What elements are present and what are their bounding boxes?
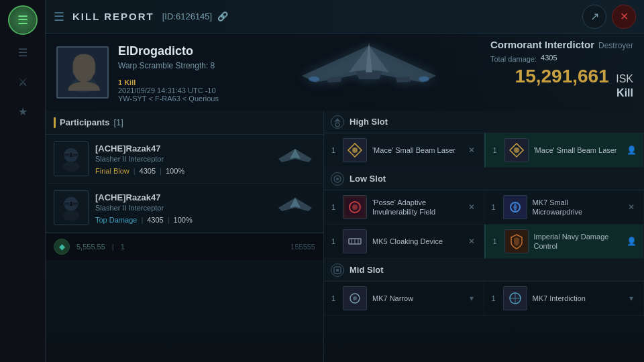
module-person-icon[interactable]: 👤	[625, 235, 638, 248]
bottom-status: ◆ 5,555.55 | 1 155555	[46, 233, 323, 260]
svg-point-21	[63, 162, 80, 172]
participant-ship-image	[275, 145, 315, 172]
module-qty: 1	[491, 146, 499, 154]
module-item[interactable]: 1 MK7 Interdiction ▾	[484, 282, 645, 316]
module-qty: 1	[329, 203, 337, 211]
module-icon	[343, 229, 367, 253]
ship-svg	[288, 39, 449, 106]
character-avatar	[56, 46, 109, 99]
module-person-icon[interactable]: 👤	[625, 143, 638, 157]
module-name: 'Mace' Small Beam Laser	[534, 145, 620, 155]
participant-item[interactable]: [ACHE]Razak47 Slasher II Interceptor Fin…	[46, 135, 323, 184]
content-area: Participants [1] [ACHE]Razak47	[46, 111, 644, 362]
participant-stats: Top Damage | 4305 | 100%	[95, 216, 268, 224]
module-item[interactable]: 1 'Posse' Adaptive Invulnerability Field…	[324, 190, 484, 225]
svg-point-56	[353, 296, 357, 300]
participants-bar	[54, 117, 56, 128]
module-qty: 1	[329, 237, 337, 245]
module-name: 'Mace' Small Beam Laser	[372, 145, 460, 155]
participant-ship: Slasher II Interceptor	[95, 155, 268, 163]
svg-point-43	[352, 204, 358, 210]
share-button[interactable]: ↗	[582, 5, 606, 29]
module-name: MK7 Small Microwarpdrive	[533, 198, 620, 217]
svg-point-14	[72, 76, 96, 93]
ship-name: Cormorant Interdictor	[490, 39, 594, 50]
mid-slot-title: Mid Slot	[350, 265, 384, 275]
svg-rect-10	[72, 64, 95, 69]
module-icon	[343, 138, 367, 162]
module-icon	[504, 138, 529, 162]
module-icon	[503, 286, 527, 310]
module-remove-icon[interactable]: ✕	[625, 200, 638, 214]
module-qty: 1	[329, 294, 337, 302]
ship-image-area	[282, 34, 456, 111]
svg-rect-11	[74, 64, 83, 68]
module-icon	[503, 195, 527, 219]
kill-meta: 1 Kill 2021/09/29 14:31:43 UTC -10 YW-SY…	[118, 78, 219, 103]
module-qty: 1	[491, 237, 499, 245]
module-item[interactable]: 1 MK7 Narrow ▾	[324, 282, 484, 316]
low-slot-modules: 1 'Posse' Adaptive Invulnerability Field…	[324, 190, 644, 259]
module-item[interactable]: 1 Imperial Navy Damage Control 👤	[484, 225, 645, 259]
high-slot-icon	[331, 115, 344, 129]
sidebar-combat-icon[interactable]: ⚔	[11, 70, 35, 94]
svg-point-9	[73, 56, 95, 77]
character-stat: Warp Scramble Strength: 8	[118, 61, 219, 70]
module-remove-icon[interactable]: ✕	[465, 235, 478, 248]
close-button[interactable]: ✕	[612, 5, 636, 29]
kill-datetime: 2021/09/29 14:31:43 UTC -10	[118, 86, 219, 95]
participant-ship: Slasher II Interceptor	[95, 204, 268, 212]
participant-ship-image	[275, 194, 315, 221]
stat-label-top: Top Damage	[95, 216, 137, 224]
svg-point-6	[309, 76, 319, 82]
module-item[interactable]: 1 'Mace' Small Beam Laser 👤	[484, 133, 645, 168]
low-slot-section: Low Slot 1 'Posse' Adaptive I	[324, 168, 644, 259]
sidebar-nav-icon[interactable]: ☰	[11, 40, 35, 64]
module-icon	[504, 229, 529, 253]
low-slot-header: Low Slot	[324, 168, 644, 190]
svg-point-32	[335, 123, 339, 127]
module-name: Imperial Navy Damage Control	[534, 232, 620, 251]
mid-slot-section: Mid Slot 1 MK7 Narrow	[324, 259, 644, 316]
topbar-id: [ID:6126145] 🔗	[162, 11, 228, 21]
svg-point-35	[352, 147, 358, 153]
topbar-menu-icon[interactable]: ☰	[54, 9, 64, 24]
participants-title: Participants	[60, 117, 109, 127]
module-name: MK7 Interdiction	[533, 294, 620, 303]
svg-rect-28	[72, 202, 78, 205]
bottom-value: 1	[121, 243, 125, 251]
module-name: 'Posse' Adaptive Invulnerability Field	[372, 198, 460, 217]
svg-rect-27	[64, 202, 70, 205]
sidebar-star-icon[interactable]: ★	[11, 99, 35, 123]
high-slot-section: High Slot 1 'Mace' Small Beam	[324, 111, 644, 168]
participants-count: [1]	[113, 117, 123, 127]
participant-name: [ACHE]Razak47	[95, 192, 268, 202]
module-icon	[343, 195, 367, 219]
module-expand-icon[interactable]: ▾	[625, 292, 638, 305]
module-item[interactable]: 1 'Mace' Small Beam Laser ✕	[324, 133, 484, 168]
sidebar-menu-button[interactable]: ☰	[8, 5, 38, 35]
module-name: MK7 Narrow	[372, 294, 460, 303]
module-expand-icon[interactable]: ▾	[465, 292, 478, 305]
participant-info: [ACHE]Razak47 Slasher II Interceptor Fin…	[95, 143, 268, 175]
module-remove-icon[interactable]: ✕	[465, 143, 478, 157]
module-item[interactable]: 1 MK5 Cloaking Device ✕	[324, 225, 484, 259]
participant-stats: Final Blow | 4305 | 100%	[95, 167, 268, 175]
high-slot-title: High Slot	[350, 117, 388, 127]
module-name: MK5 Cloaking Device	[372, 237, 460, 246]
module-remove-icon[interactable]: ✕	[465, 200, 478, 214]
participant-name: [ACHE]Razak47	[95, 143, 268, 154]
main-content: ☰ KILL REPORT [ID:6126145] 🔗 ↗ ✕	[46, 0, 644, 362]
stat-damage-2: 4305	[147, 216, 163, 224]
damage-label: Total damage:	[490, 55, 537, 63]
participant-avatar	[54, 190, 89, 225]
low-slot-icon	[331, 172, 344, 186]
stat-label-final: Final Blow	[95, 167, 129, 175]
bottom-icon: ◆	[54, 239, 70, 255]
participants-header: Participants [1]	[46, 111, 323, 135]
topbar: ☰ KILL REPORT [ID:6126145] 🔗 ↗ ✕	[46, 0, 644, 34]
topbar-link-icon[interactable]: 🔗	[217, 11, 228, 21]
stat-damage-1: 4305	[140, 167, 156, 175]
participant-item[interactable]: [ACHE]Razak47 Slasher II Interceptor Top…	[46, 184, 323, 233]
module-item[interactable]: 1 MK7 Small Microwarpdrive ✕	[484, 190, 645, 225]
